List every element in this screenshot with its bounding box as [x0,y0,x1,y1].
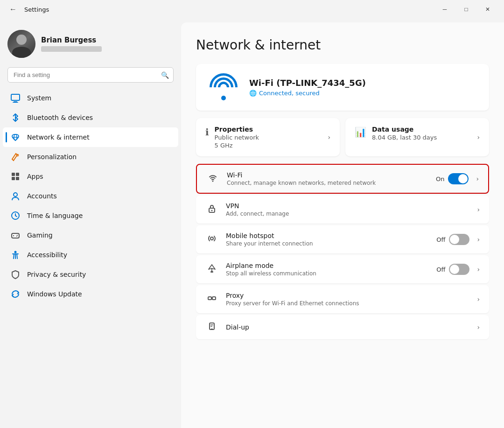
settings-list: Wi-Fi Connect, manage known networks, me… [196,164,489,339]
wifi-toggle-label: On [436,175,444,182]
wifi-status-card[interactable]: Wi-Fi (TP-LINK_7434_5G) 🌐 Connected, sec… [196,64,489,111]
sidebar-item-label-network: Network & internet [27,133,90,141]
vpn-chevron-icon: › [477,206,480,213]
airplane-toggle-thumb [450,265,459,274]
search-input[interactable] [7,67,174,83]
gaming-nav-icon [10,230,21,240]
sidebar-item-bluetooth[interactable]: Bluetooth & devices [3,108,178,127]
sidebar-item-time[interactable]: Time & language [3,206,178,225]
info-card-data_usage[interactable]: 📊 Data usage 8.04 GB, last 30 days › [345,118,489,156]
proxy-icon [205,294,218,305]
globe-icon: 🌐 [249,90,257,97]
wifi-content: Wi-Fi Connect, manage known networks, me… [227,171,428,186]
wifi-toggle[interactable] [448,173,469,184]
hotspot-toggle-label: Off [436,236,445,243]
app-title: Settings [24,6,430,13]
wifi-toggle-thumb [458,174,468,183]
wifi-chevron-icon: › [476,175,479,182]
proxy-chevron-icon: › [477,295,480,303]
vpn-subtitle: Add, connect, manage [226,210,466,217]
vpn-content: VPN Add, connect, manage [226,202,466,217]
active-indicator [6,132,7,142]
hotspot-toggle-thumb [450,235,459,244]
sidebar-item-accessibility[interactable]: Accessibility [3,245,178,265]
sidebar-item-label-gaming: Gaming [27,232,53,239]
avatar [7,30,35,58]
wifi-ssid: Wi-Fi (TP-LINK_7434_5G) [249,78,478,88]
svg-rect-8 [12,177,15,180]
airplane-content: Airplane mode Stop all wireless communic… [226,262,429,277]
svg-point-17 [17,235,18,236]
settings-row-wifi[interactable]: Wi-Fi Connect, manage known networks, me… [196,164,489,194]
info-card-properties[interactable]: ℹ️ Properties Public network 5 GHz › [196,118,340,156]
settings-row-dialup[interactable]: Dial-up › [196,315,489,339]
maximize-button[interactable]: □ [455,2,477,17]
settings-row-vpn[interactable]: VPN Add, connect, manage › [196,196,489,224]
svg-rect-6 [12,173,15,176]
wifi-dot [221,96,226,100]
hotspot-control: Off › [436,234,480,245]
sidebar: Brian Burgess 🔍 SystemBluetooth & device… [0,19,181,428]
sidebar-item-accounts[interactable]: Accounts [3,186,178,206]
minimize-button[interactable]: ─ [434,2,455,17]
svg-point-24 [211,210,213,211]
titlebar: ← Settings ─ □ ✕ [0,0,504,19]
sidebar-item-label-time: Time & language [27,212,83,219]
svg-rect-14 [12,233,19,238]
proxy-subtitle: Proxy server for Wi-Fi and Ethernet conn… [226,300,466,307]
hotspot-icon [205,234,218,245]
back-button[interactable]: ← [6,2,21,17]
data_usage-title: Data usage [372,126,437,133]
vpn-title: VPN [226,202,466,210]
airplane-control: Off › [436,264,480,275]
data_usage-icon: 📊 [355,126,366,138]
dialup-content: Dial-up [226,323,466,331]
sidebar-item-privacy[interactable]: Privacy & security [3,265,178,284]
settings-row-hotspot[interactable]: Mobile hotspot Share your internet conne… [196,225,489,253]
user-email [41,46,102,52]
svg-point-18 [16,236,17,237]
sidebar-item-update[interactable]: Windows Update [3,284,178,304]
settings-row-airplane[interactable]: Airplane mode Stop all wireless communic… [196,255,489,283]
airplane-icon [205,264,218,275]
data_usage-content: Data usage 8.04 GB, last 30 days [372,126,437,141]
sidebar-item-gaming[interactable]: Gaming [3,225,178,245]
sidebar-item-personalization[interactable]: Personalization [3,147,178,167]
svg-rect-30 [211,329,213,329]
hotspot-toggle[interactable] [449,234,469,245]
system-nav-icon [10,93,21,103]
sidebar-item-label-system: System [27,94,51,102]
properties-sub2: 5 GHz [215,142,259,149]
user-profile[interactable]: Brian Burgess [0,26,181,67]
nav-list: SystemBluetooth & devicesNetwork & inter… [0,88,181,304]
dialup-chevron-icon: › [477,323,480,331]
user-info: Brian Burgess [41,36,102,52]
sidebar-item-label-accessibility: Accessibility [27,251,67,259]
properties-icon: ℹ️ [205,126,209,138]
sidebar-item-system[interactable]: System [3,88,178,108]
wifi-icon [206,173,219,184]
sidebar-item-apps[interactable]: Apps [3,167,178,186]
airplane-toggle-label: Off [436,266,445,273]
sidebar-item-network[interactable]: Network & internet [3,127,178,147]
hotspot-content: Mobile hotspot Share your internet conne… [226,232,429,247]
sidebar-item-label-privacy: Privacy & security [27,271,86,278]
accounts-nav-icon [10,191,21,201]
search-box: 🔍 [7,67,174,83]
update-nav-icon [10,289,21,299]
wifi-status-text: 🌐 Connected, secured [249,90,478,97]
time-nav-icon [10,210,21,221]
data_usage-chevron-icon: › [477,133,480,141]
svg-rect-9 [16,177,19,180]
bluetooth-nav-icon [10,112,21,123]
svg-point-22 [212,181,214,182]
svg-rect-7 [16,173,19,176]
sidebar-item-label-accounts: Accounts [27,192,57,200]
close-button[interactable]: ✕ [477,2,498,17]
user-name: Brian Burgess [41,36,102,44]
svg-point-25 [210,237,213,240]
accessibility-nav-icon [10,250,21,260]
wifi-subtitle: Connect, manage known networks, metered … [227,180,428,186]
settings-row-proxy[interactable]: Proxy Proxy server for Wi-Fi and Etherne… [196,285,489,313]
airplane-toggle[interactable] [449,264,469,275]
